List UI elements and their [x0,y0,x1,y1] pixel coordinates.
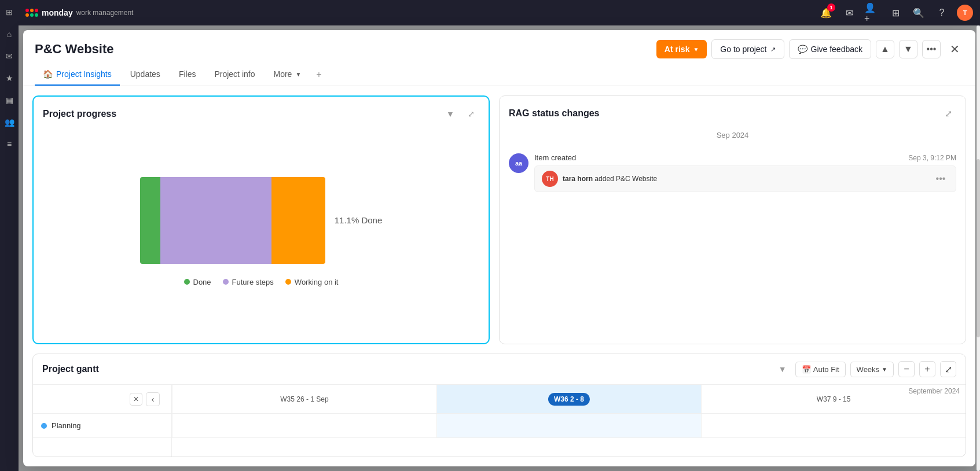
more-options-button[interactable]: ••• [922,40,941,58]
legend-working-dot [285,279,291,285]
search-icon[interactable]: 🔍 [911,5,927,21]
logo-dot-6 [35,13,38,17]
zoom-out-button[interactable]: − [898,361,915,377]
tab-more[interactable]: More ▼ [265,64,309,86]
apps-icon[interactable]: ⊞ [887,5,904,21]
go-to-project-button[interactable]: Go to project ↗ [711,39,784,59]
scrollbar-track[interactable] [977,25,980,471]
logo-dot-5 [30,13,34,17]
auto-fit-label: Auto Fit [813,365,839,374]
close-icon: ✕ [950,42,960,56]
tab-files-label: Files [179,69,196,79]
sidebar-list-icon[interactable]: ≡ [3,138,16,150]
tab-project-insights[interactable]: 🏠 Project Insights [35,64,120,86]
gantt-right: W35 26 - 1 Sep W36 2 - 8 W37 9 - 15 Sept… [172,385,966,457]
event-detail-avatar: TH [542,171,558,187]
gantt-expand-button[interactable]: ⤢ [940,361,956,377]
project-progress-card: Project progress ▼ ⤢ 11. [32,95,490,344]
gantt-month-label: September 2024 [908,387,960,395]
tab-project-info-label: Project info [214,69,255,79]
give-feedback-label: Give feedback [811,45,863,54]
sidebar-grid-icon[interactable]: ⊞ [3,6,16,19]
tab-more-chevron-icon: ▼ [295,71,301,78]
bar-segment-working [271,177,325,264]
tab-project-info[interactable]: Project info [206,64,263,86]
inbox-icon[interactable]: ✉ [841,5,857,21]
sidebar-inbox-icon[interactable]: ✉ [3,50,16,62]
sidebar-favorites-icon[interactable]: ★ [3,72,16,84]
sidebar-home-icon[interactable]: ⌂ [3,28,16,41]
gantt-left: ✕ ‹ Planning [33,385,172,457]
modal-overlay: P&C Website At risk ▼ Go to project ↗ 💬 … [19,25,980,471]
logo-dots [25,9,38,17]
ellipsis-icon: ••• [927,44,937,54]
app-name-subtitle: work management [76,9,134,17]
modal-title: P&C Website [35,42,649,57]
auto-fit-button[interactable]: 📅 Auto Fit [795,362,846,377]
legend-working: Working on it [285,278,339,286]
percent-done-label: 11.1% Done [335,215,383,225]
logo-dot-1 [25,9,29,12]
notification-icon[interactable]: 🔔 1 [818,5,834,21]
tab-updates-label: Updates [130,69,160,79]
tab-updates[interactable]: Updates [122,64,168,86]
event-title-0: Item created [534,153,576,162]
give-feedback-button[interactable]: 💬 Give feedback [789,39,872,59]
sidebar-workspaces-icon[interactable]: ▦ [3,94,16,106]
notification-badge: 1 [827,3,835,12]
week-36-label: W36 2 - 8 [548,393,590,406]
progress-card-title: Project progress [43,109,438,119]
weeks-dropdown-button[interactable]: Weeks ▼ [850,362,894,377]
gantt-left-controls: ✕ ‹ [124,388,166,411]
logo-dot-2 [30,9,34,12]
weeks-label: Weeks [857,365,880,374]
at-risk-button[interactable]: At risk ▼ [656,40,707,58]
external-link-icon: ↗ [770,46,776,53]
bar-chart [140,177,325,264]
legend-future-label: Future steps [232,278,274,286]
rag-title: RAG status changes [509,108,940,119]
tab-add-button[interactable]: + [311,65,326,84]
minus-icon: − [904,364,909,374]
home-icon: 🏠 [43,69,53,79]
zoom-in-button[interactable]: + [919,361,935,377]
gantt-close-col-button[interactable]: ✕ [130,393,142,406]
user-avatar[interactable]: T [957,5,973,21]
modal: P&C Website At risk ▼ Go to project ↗ 💬 … [23,30,975,466]
gantt-body: ✕ ‹ Planning [33,385,966,457]
gantt-cell-37 [701,414,966,437]
logo-dot-3 [35,9,38,12]
gantt-timeline-header: W35 26 - 1 Sep W36 2 - 8 W37 9 - 15 Sept… [172,385,966,414]
gantt-expand-icon: ⤢ [945,364,952,375]
event-detail-more-button[interactable]: ••• [933,171,949,187]
week-37-label: W37 9 - 15 [817,395,851,403]
gantt-filter-icon[interactable]: ▼ [775,361,791,377]
gantt-controls: 📅 Auto Fit Weeks ▼ − + [795,361,956,377]
at-risk-chevron-icon: ▼ [693,46,699,53]
plus-icon: + [924,364,930,374]
close-modal-button[interactable]: ✕ [945,40,964,58]
top-bar: monday work management 🔔 1 ✉ 👤+ ⊞ 🔍 ? T [19,0,980,25]
calendar-icon: 📅 [802,365,811,374]
collapse-up-button[interactable]: ▲ [876,40,894,58]
invite-icon[interactable]: 👤+ [864,5,880,21]
collapse-down-button[interactable]: ▼ [899,40,917,58]
event-detail-0: TH tara horn added P&C Website ••• [534,165,956,192]
app-logo: monday work management [25,8,133,17]
tab-files[interactable]: Files [171,64,204,86]
gantt-back-button[interactable]: ‹ [146,392,160,406]
progress-filter-icon[interactable]: ▼ [442,106,458,122]
event-content-0: Item created Sep 3, 9:12 PM TH tara horn [534,153,956,192]
legend-future: Future steps [223,278,274,286]
progress-expand-button[interactable]: ⤢ [463,106,479,122]
gantt-section: Project gantt ▼ 📅 Auto Fit Weeks ▼ [32,354,966,457]
sidebar-team-icon[interactable]: 👥 [3,116,16,128]
scrollbar-thumb[interactable] [977,159,980,337]
help-icon[interactable]: ? [934,5,950,21]
progress-card-header: Project progress ▼ ⤢ [43,106,479,122]
rag-expand-button[interactable]: ⤢ [940,105,956,122]
legend-future-dot [223,279,229,285]
sidebar: ⊞ ⌂ ✉ ★ ▦ 👥 ≡ [0,0,19,471]
week-cell-35: W35 26 - 1 Sep [172,385,436,413]
gantt-grid-row-planning [172,414,966,438]
